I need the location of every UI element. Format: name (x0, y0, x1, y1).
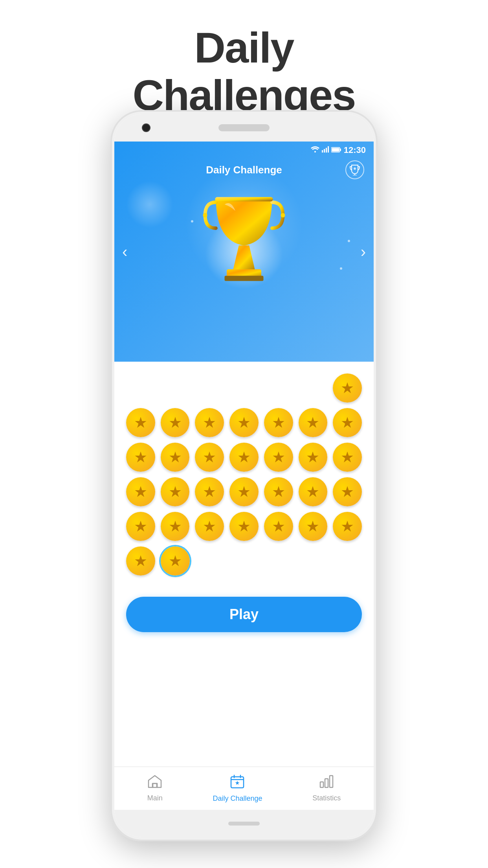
svg-rect-3 (326, 148, 327, 153)
status-time: 12:30 (344, 145, 366, 155)
calendar-star-icon (230, 774, 244, 792)
nav-arrow-left[interactable]: ‹ (122, 243, 127, 261)
star-coin[interactable] (229, 477, 259, 506)
star-coin[interactable] (195, 443, 224, 472)
svg-point-10 (203, 213, 207, 217)
star-coin[interactable] (126, 512, 155, 541)
bar-chart-icon (319, 775, 334, 792)
star-coin[interactable] (333, 408, 362, 437)
star-coin[interactable] (299, 512, 328, 541)
star-coin[interactable] (126, 477, 155, 506)
status-bar: 12:30 (114, 142, 374, 159)
battery-icon (331, 146, 341, 154)
stars-area (114, 362, 374, 589)
star-coin[interactable] (126, 408, 155, 437)
stars-row-5 (126, 546, 362, 576)
star-coin[interactable] (299, 408, 328, 437)
trophy-container (193, 181, 295, 314)
phone-bottom-bar (114, 810, 374, 837)
svg-rect-6 (340, 149, 341, 151)
svg-rect-1 (322, 150, 323, 153)
nav-item-statistics[interactable]: Statistics (312, 775, 341, 802)
nav-item-daily-challenge[interactable]: Daily Challenge (213, 774, 262, 803)
svg-rect-18 (320, 782, 323, 787)
svg-point-0 (314, 151, 316, 153)
phone-top-bar (114, 114, 374, 142)
star-coin[interactable] (195, 408, 224, 437)
page-title: Daily Challenges (0, 0, 488, 119)
star-coin[interactable] (229, 408, 259, 437)
phone-frame: 12:30 Daily Challenge (110, 110, 378, 841)
stars-row-1 (126, 408, 362, 437)
stars-row-3 (126, 477, 362, 506)
star-coin[interactable] (195, 477, 224, 506)
nav-label-main: Main (147, 794, 163, 802)
star-coin[interactable] (195, 512, 224, 541)
trophy-icon-header[interactable] (345, 160, 364, 179)
camera (142, 123, 150, 132)
star-coin[interactable] (333, 373, 362, 403)
home-icon (148, 775, 162, 792)
play-button-container: Play (114, 589, 374, 640)
app-header: 12:30 Daily Challenge (114, 142, 374, 362)
star-coin[interactable] (299, 477, 328, 506)
star-coin[interactable] (161, 512, 190, 541)
svg-rect-7 (332, 148, 339, 151)
star-coin[interactable] (161, 408, 190, 437)
play-button[interactable]: Play (126, 597, 362, 632)
signal-icon (322, 146, 329, 154)
svg-rect-20 (330, 776, 333, 787)
speaker (218, 124, 270, 131)
svg-rect-16 (153, 783, 157, 787)
star-coin[interactable] (126, 443, 155, 472)
star-coin[interactable] (161, 443, 190, 472)
star-coin[interactable] (264, 408, 293, 437)
svg-point-11 (281, 213, 285, 217)
star-coin[interactable] (229, 512, 259, 541)
star-coin[interactable] (333, 512, 362, 541)
star-coin[interactable] (333, 443, 362, 472)
svg-rect-4 (328, 146, 329, 153)
nav-label-daily-challenge: Daily Challenge (213, 794, 262, 803)
nav-arrow-right[interactable]: › (361, 243, 366, 261)
svg-rect-2 (324, 149, 325, 153)
star-coin[interactable] (229, 443, 259, 472)
svg-rect-15 (215, 197, 273, 201)
svg-rect-14 (225, 276, 264, 281)
phone-screen: 12:30 Daily Challenge (114, 142, 374, 810)
stars-row-2 (126, 443, 362, 472)
stars-row-top (126, 373, 362, 403)
star-coin[interactable] (264, 512, 293, 541)
star-coin[interactable] (126, 546, 155, 576)
wifi-icon (311, 146, 319, 154)
star-coin[interactable] (264, 477, 293, 506)
bottom-nav: Main Daily Challenge (114, 767, 374, 810)
star-coin[interactable] (299, 443, 328, 472)
star-coin-selected[interactable] (161, 546, 190, 576)
nav-label-statistics: Statistics (312, 794, 341, 802)
nav-item-main[interactable]: Main (147, 775, 163, 802)
svg-rect-19 (325, 779, 328, 787)
star-coin[interactable] (161, 477, 190, 506)
stars-row-4 (126, 512, 362, 541)
star-coin[interactable] (333, 477, 362, 506)
star-coin[interactable] (264, 443, 293, 472)
